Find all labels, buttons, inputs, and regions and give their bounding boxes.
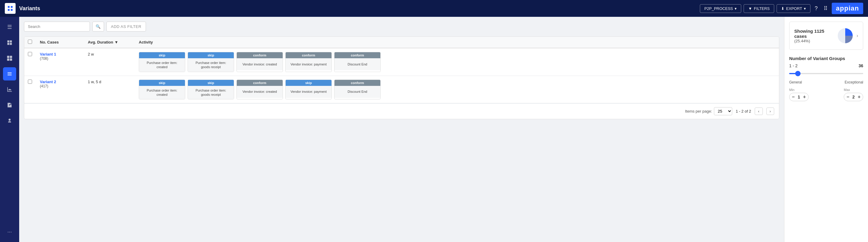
filters-button[interactable]: ▼ FILTERS (744, 4, 774, 13)
variant1-count: (708) (40, 56, 88, 61)
top-nav-left: Variants (5, 3, 40, 14)
select-all-checkbox[interactable] (28, 39, 40, 45)
min-value: 1 (796, 95, 801, 99)
activity-label: Purchase order item: created (139, 86, 185, 99)
activity-cell: skip Vendor invoice: payment (285, 80, 332, 100)
sidebar-item-menu[interactable]: ☰ (3, 20, 16, 34)
process-label: P2P_PROCESS (704, 6, 733, 11)
export-button[interactable]: ⬇ EXPORT ▾ (777, 4, 810, 13)
row2-checkbox[interactable] (28, 80, 40, 85)
app-icon (5, 3, 16, 14)
page-next-button[interactable]: › (766, 107, 774, 115)
cases-subtitle: (25.44%) (794, 39, 836, 43)
svg-rect-3 (10, 58, 12, 61)
variant2-name[interactable]: Variant 2 (40, 80, 88, 84)
badge-skip: skip (188, 52, 234, 58)
activity-label: Discount End (335, 58, 380, 70)
search-bar: 🔍 ADD AS FILTER (24, 22, 779, 31)
add-filter-button[interactable]: ADD AS FILTER (106, 22, 146, 31)
sort-icon[interactable]: ▼ (115, 40, 118, 45)
range-label: 1 - 2 (789, 63, 798, 68)
activity-cell: skip Purchase order item: created (139, 52, 185, 72)
variant-groups-title: Number of Variant Groups (789, 56, 863, 61)
process-button[interactable]: P2P_PROCESS ▾ (700, 4, 741, 13)
sidebar-item-dashboard[interactable] (3, 36, 16, 49)
page-prev-button[interactable]: ‹ (755, 107, 763, 115)
row1-checkbox[interactable] (28, 52, 40, 57)
export-icon: ⬇ (781, 6, 784, 11)
range-count: 36 (859, 63, 863, 68)
activity-label: Vendor invoice: payment (286, 58, 332, 70)
max-stepper: − 2 + (844, 93, 863, 101)
variant1-name[interactable]: Variant 1 (40, 52, 88, 56)
badge-conform: conform (237, 52, 283, 58)
svg-rect-1 (10, 56, 12, 58)
max-label: Max (844, 88, 863, 91)
filter-icon: ▼ (748, 6, 752, 11)
svg-rect-0 (7, 56, 9, 58)
exceptional-label: Exceptional (845, 80, 863, 84)
pie-chart (836, 27, 854, 45)
help-button[interactable]: ? (813, 4, 819, 14)
variants-table: No. Cases Avg. Duration ▼ Activity Varia… (24, 36, 779, 119)
sidebar-item-variants[interactable] (3, 52, 16, 65)
content-area: 🔍 ADD AS FILTER No. Cases Avg. Duration … (19, 17, 784, 242)
activity-cell: skip Purchase order item: created (139, 80, 185, 100)
pagination: Items per page: 25 50 100 1 - 2 of 2 ‹ › (24, 103, 779, 119)
min-stepper: − 1 + (789, 93, 809, 101)
badge-conform: conform (335, 80, 380, 86)
sidebar-item-tasks[interactable] (3, 99, 16, 112)
row2-variant-info: Variant 2 (417) (40, 80, 88, 88)
activity-label: Discount End (335, 86, 380, 98)
sidebar-item-active[interactable] (3, 67, 16, 80)
max-increment-button[interactable]: + (858, 94, 861, 100)
cases-card: Showing 1125 cases (25.44%) › (789, 22, 863, 50)
pagination-info: 1 - 2 of 2 (736, 109, 751, 113)
general-label: General (789, 80, 802, 84)
badge-skip: skip (139, 80, 185, 86)
min-label: Min (789, 88, 809, 91)
top-nav-right: P2P_PROCESS ▾ ▼ FILTERS ⬇ EXPORT ▾ ? ⠿ a… (700, 3, 863, 14)
table-row: Variant 1 (708) 2 w skip Purchase order … (24, 48, 779, 76)
variant2-count: (417) (40, 84, 88, 88)
main-area: 🔍 ADD AS FILTER No. Cases Avg. Duration … (19, 17, 868, 242)
range-display: 1 - 2 36 (789, 63, 863, 68)
col-no-cases: No. Cases (40, 40, 88, 45)
cases-chevron-icon[interactable]: › (857, 33, 858, 38)
activity-cell: skip Purchase order item: goods receipt (188, 52, 234, 72)
sidebar-item-more[interactable]: ··· (3, 225, 16, 238)
badge-skip: skip (286, 80, 332, 86)
search-button[interactable]: 🔍 (92, 22, 104, 31)
activity-cell: conform Discount End (334, 52, 381, 72)
activity-cell: conform Discount End (334, 80, 381, 100)
badge-skip: skip (139, 52, 185, 58)
slider-thumb[interactable] (795, 71, 801, 76)
row1-variant-info: Variant 1 (708) (40, 52, 88, 61)
sidebar-item-chart[interactable] (3, 83, 16, 96)
max-value: 2 (851, 95, 856, 99)
appian-brand: appian (832, 3, 863, 14)
top-nav: Variants P2P_PROCESS ▾ ▼ FILTERS ⬇ EXPOR… (0, 0, 868, 17)
min-increment-button[interactable]: + (803, 94, 806, 100)
sidebar-item-users[interactable] (3, 114, 16, 127)
activity-cell: conform Vendor invoice: created (237, 52, 283, 72)
grid-button[interactable]: ⠿ (822, 3, 829, 14)
variant2-activities: skip Purchase order item: created skip P… (139, 80, 775, 100)
badge-conform: conform (335, 52, 380, 58)
sidebar: ☰ ··· (0, 17, 19, 242)
activity-cell: conform Vendor invoice: payment (285, 52, 332, 72)
badge-conform: conform (286, 52, 332, 58)
page-title: Variants (19, 5, 40, 12)
activity-label: Vendor invoice: payment (286, 86, 332, 98)
activity-cell: conform Vendor invoice: created (237, 80, 283, 100)
max-decrement-button[interactable]: − (846, 94, 849, 100)
search-input[interactable] (24, 22, 90, 31)
chevron-down-icon: ▾ (735, 6, 737, 11)
variant-groups-section: Number of Variant Groups 1 - 2 36 Genera… (789, 56, 863, 101)
min-decrement-button[interactable]: − (792, 94, 795, 100)
badge-skip: skip (188, 80, 234, 86)
min-max-controls: Min − 1 + Max − 2 + (789, 88, 863, 101)
col-activity: Activity (139, 40, 775, 45)
per-page-select[interactable]: 25 50 100 (714, 107, 732, 115)
col-avg-duration: Avg. Duration ▼ (88, 40, 139, 45)
